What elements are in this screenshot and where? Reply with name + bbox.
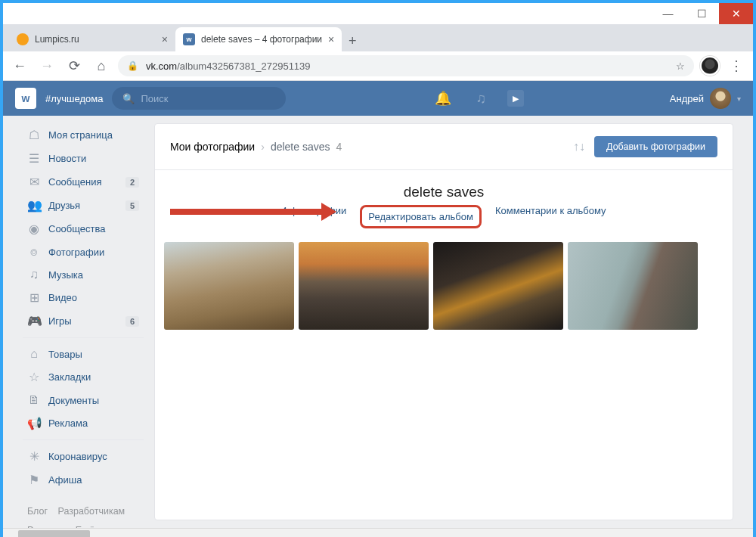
new-tab-button[interactable]: + (342, 30, 363, 51)
sidebar-item-label: Товары (48, 349, 82, 360)
forward-button[interactable]: → (36, 58, 57, 74)
photo-thumbnail[interactable] (568, 242, 698, 330)
nav-icon: ♫ (27, 268, 41, 281)
favicon-icon (17, 33, 29, 45)
window-titlebar: — ☐ ✕ (3, 3, 753, 24)
footer-link[interactable]: Блог (27, 502, 48, 521)
sidebar-item[interactable]: ✉Сообщения2 (23, 170, 144, 194)
sidebar-item[interactable]: ◉Сообщества (23, 217, 144, 241)
sidebar-item-label: Моя страница (48, 129, 113, 141)
footer-link[interactable]: Разработчикам (58, 502, 125, 521)
browser-tab-vk-album[interactable]: w delete saves – 4 фотографии × (175, 27, 342, 51)
photo-thumbnail[interactable] (164, 242, 294, 330)
window-minimize-button[interactable]: — (651, 3, 685, 24)
breadcrumb-count: 4 (336, 141, 342, 153)
sidebar-item[interactable]: 👥Друзья5 (23, 194, 144, 217)
close-icon[interactable]: × (328, 33, 334, 45)
photo-thumbnail[interactable] (433, 242, 563, 330)
chevron-right-icon: › (261, 141, 265, 153)
browser-profile-avatar[interactable] (700, 56, 720, 76)
nav-icon: 👥 (27, 198, 41, 213)
sidebar-item[interactable]: ✳Коронавирус (23, 445, 144, 468)
window-close-button[interactable]: ✕ (719, 3, 753, 24)
bookmark-star-icon[interactable]: ☆ (676, 61, 685, 72)
vk-header: w #лучшедома 🔍 🔔 ♫ ▶ Андрей ▾ (3, 81, 753, 116)
nav-icon: ✳ (27, 449, 41, 464)
annotation-arrow-icon (170, 200, 336, 223)
photo-thumbnail[interactable] (299, 242, 429, 330)
album-panel: Мои фотографии › delete saves 4 ↑↓ Добав… (154, 123, 733, 520)
browser-toolbar: ← → ⟳ ⌂ 🔒 vk.com/album432567381_27295113… (3, 51, 753, 81)
breadcrumb-current: delete saves (271, 141, 330, 153)
album-header: Мои фотографии › delete saves 4 ↑↓ Добав… (155, 124, 733, 170)
nav-icon: 🗎 (27, 393, 41, 407)
sidebar-item-label: Документы (48, 395, 99, 406)
sidebar-item-label: Новости (48, 153, 86, 164)
photo-grid (155, 239, 733, 343)
nav-icon: ⌾ (27, 245, 41, 259)
nav-icon: ⊞ (27, 290, 41, 305)
sidebar-item-label: Фотографии (48, 247, 104, 258)
sidebar-badge: 2 (125, 177, 139, 188)
sidebar-item-label: Игры (48, 315, 72, 327)
nav-icon: ⚑ (27, 473, 41, 487)
play-icon[interactable]: ▶ (507, 90, 524, 107)
sidebar-item[interactable]: 📢Реклама (23, 411, 144, 435)
footer-link[interactable]: Реклама (27, 521, 65, 528)
nav-icon: ☖ (27, 128, 41, 142)
music-icon[interactable]: ♫ (468, 91, 494, 107)
sidebar-item-label: Музыка (48, 269, 83, 281)
nav-icon: 🎮 (27, 314, 41, 328)
sidebar-item[interactable]: ☖Моя страница (23, 123, 144, 147)
sidebar-item[interactable]: 🗎Документы (23, 389, 144, 411)
scrollbar-thumb[interactable] (18, 530, 90, 537)
vk-logo[interactable]: w (15, 88, 36, 109)
tab-title: delete saves – 4 фотографии (201, 34, 322, 45)
sidebar-item-label: Афиша (48, 474, 82, 486)
address-bar[interactable]: 🔒 vk.com/album432567381_272951139 ☆ (118, 55, 694, 76)
url-text: vk.com/album432567381_272951139 (146, 61, 668, 72)
vk-hashtag-link[interactable]: #лучшедома (45, 93, 103, 104)
album-title: delete saves (170, 184, 717, 200)
notifications-icon[interactable]: 🔔 (427, 90, 459, 107)
album-comments-link[interactable]: Комментарии к альбому (495, 205, 606, 228)
sidebar-item[interactable]: ⚑Афиша (23, 468, 144, 492)
nav-icon: ⌂ (27, 347, 41, 361)
edit-album-link[interactable]: Редактировать альбом (360, 205, 482, 228)
sidebar-item-label: Закладки (48, 371, 91, 383)
close-icon[interactable]: × (162, 33, 168, 45)
chevron-down-icon: ▾ (737, 95, 741, 103)
window-maximize-button[interactable]: ☐ (685, 3, 719, 24)
search-input[interactable] (141, 93, 275, 104)
home-button[interactable]: ⌂ (91, 58, 112, 74)
sidebar-item-label: Реклама (48, 417, 88, 429)
back-button[interactable]: ← (9, 58, 30, 74)
nav-icon: ◉ (27, 222, 41, 236)
vk-profile-menu[interactable]: Андрей ▾ (670, 88, 741, 109)
nav-icon: ✉ (27, 175, 41, 189)
sort-icon[interactable]: ↑↓ (573, 140, 585, 154)
browser-menu-button[interactable]: ⋮ (726, 57, 747, 74)
profile-name: Андрей (670, 93, 704, 104)
nav-icon: ☆ (27, 370, 41, 384)
reload-button[interactable]: ⟳ (64, 57, 85, 74)
sidebar-item[interactable]: ☆Закладки (23, 365, 144, 389)
sidebar-item[interactable]: ⌾Фотографии (23, 241, 144, 263)
browser-tab-lumpics[interactable]: Lumpics.ru × (9, 27, 175, 51)
footer-link[interactable]: Ещё ⌵ (76, 521, 104, 528)
tab-title: Lumpics.ru (35, 34, 156, 45)
add-photos-button[interactable]: Добавить фотографии (594, 136, 717, 157)
sidebar-item[interactable]: ☰Новости (23, 147, 144, 170)
sidebar-item[interactable]: 🎮Игры6 (23, 309, 144, 333)
avatar (710, 88, 731, 109)
lock-icon: 🔒 (127, 61, 138, 71)
sidebar-item[interactable]: ⊞Видео (23, 286, 144, 309)
svg-marker-1 (321, 203, 336, 221)
sidebar-item[interactable]: ♫Музыка (23, 263, 144, 286)
favicon-icon: w (183, 33, 195, 45)
breadcrumb-root-link[interactable]: Мои фотографии (170, 141, 255, 153)
vk-sidebar: ☖Моя страница☰Новости✉Сообщения2👥Друзья5… (23, 123, 144, 520)
vk-search-box[interactable]: 🔍 (112, 87, 286, 110)
sidebar-item[interactable]: ⌂Товары (23, 343, 144, 365)
horizontal-scrollbar[interactable] (3, 528, 753, 537)
